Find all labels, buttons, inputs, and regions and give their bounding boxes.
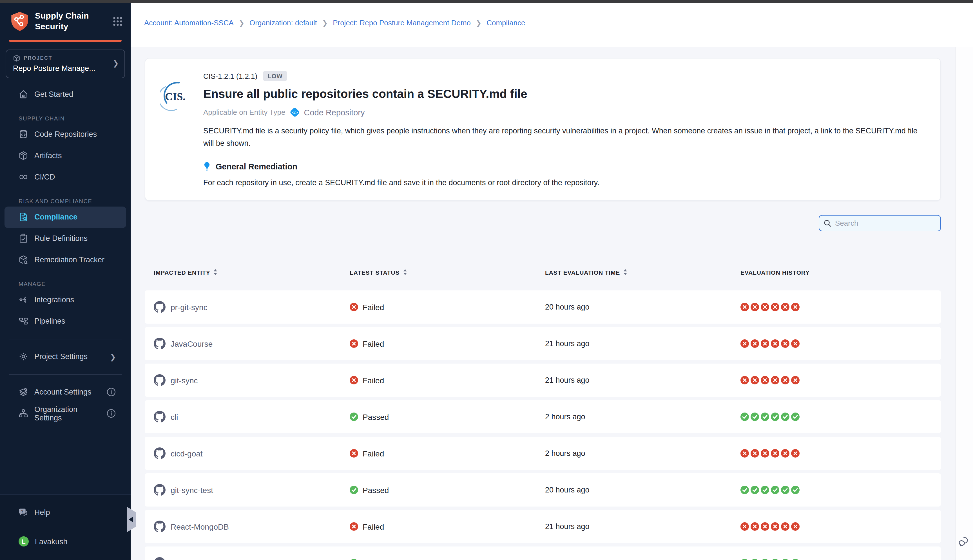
- right-gutter: [955, 47, 973, 560]
- history-failed-icon: [771, 449, 779, 458]
- layers-gear-icon: [18, 387, 28, 397]
- rule-description: SECURITY.md file is a security policy fi…: [203, 125, 927, 149]
- chevron-right-icon: ❯: [110, 352, 116, 361]
- history-failed-icon: [741, 376, 749, 384]
- table-row[interactable]: git-sync-testPassed20 hours ago: [145, 473, 941, 507]
- sidebar-item-compliance[interactable]: Compliance: [5, 206, 126, 228]
- column-header[interactable]: IMPACTED ENTITY: [154, 269, 350, 275]
- history-passed-icon: [741, 486, 749, 494]
- history-passed-icon: [781, 486, 789, 494]
- project-selector[interactable]: PROJECT Repo Posture Manage... ❯: [6, 49, 125, 78]
- table-row[interactable]: pr-git-syncFailed20 hours ago: [145, 290, 941, 323]
- search-icon: [824, 220, 831, 227]
- history-failed-icon: [761, 449, 769, 458]
- status-failed-icon: [350, 303, 358, 311]
- product-title: Supply Chain Security: [35, 11, 113, 32]
- sidebar-item-pipelines[interactable]: Pipelines: [5, 310, 126, 332]
- breadcrumb-link[interactable]: Account: Automation-SSCA: [144, 18, 234, 27]
- status-label: Failed: [363, 303, 384, 312]
- clipboard-check-icon: [18, 233, 28, 243]
- history-passed-icon: [771, 559, 779, 560]
- latest-status-cell: Failed: [350, 449, 545, 458]
- table-row[interactable]: cicd-goatFailed2 hours ago: [145, 437, 941, 470]
- history-failed-icon: [751, 303, 759, 311]
- history-failed-icon: [741, 522, 749, 531]
- sidebar-item-get-started[interactable]: Get Started: [5, 83, 126, 105]
- divider: [9, 374, 122, 375]
- compliance-table-body: pr-git-syncFailed20 hours agoJavaCourseF…: [145, 290, 941, 560]
- cis-logo: CIS.: [160, 80, 189, 113]
- status-failed-icon: [350, 339, 358, 348]
- column-header[interactable]: LATEST STATUS: [350, 269, 545, 275]
- history-passed-icon: [781, 559, 789, 560]
- topbar: Account: Automation-SSCA❯Organization: d…: [131, 3, 973, 47]
- avatar: L: [18, 537, 29, 547]
- history-failed-icon: [771, 376, 779, 384]
- sidebar-item-project-settings[interactable]: Project Settings ❯: [5, 346, 126, 367]
- impacted-entity-cell[interactable]: cicd-goat: [154, 447, 350, 459]
- status-passed-icon: [350, 559, 358, 560]
- column-header-label: EVALUATION HISTORY: [741, 269, 810, 275]
- chat-bubbles-icon[interactable]: [958, 535, 971, 548]
- brand-accent-line: [9, 40, 122, 42]
- breadcrumb-link[interactable]: Project: Repo Posture Management Demo: [333, 18, 471, 27]
- evaluation-history-cell: [741, 522, 941, 531]
- entity-name: git-sync-test: [170, 485, 213, 495]
- history-failed-icon: [751, 339, 759, 348]
- project-name: Repo Posture Manage...: [13, 64, 113, 72]
- evaluation-history-cell: [741, 413, 941, 421]
- breadcrumb-link[interactable]: Organization: default: [249, 18, 317, 27]
- column-header-label: LATEST STATUS: [350, 269, 399, 275]
- entity-name: cicd-goat: [170, 449, 203, 458]
- sidebar-item-remediation-tracker[interactable]: Remediation Tracker: [5, 249, 126, 270]
- column-header[interactable]: LAST EVALUATION TIME: [545, 269, 741, 275]
- sort-icon: [623, 269, 627, 275]
- history-failed-icon: [781, 376, 789, 384]
- table-row[interactable]: [145, 547, 941, 560]
- sidebar-item-cicd[interactable]: CI/CD: [5, 166, 126, 188]
- sidebar-item-label: Get Started: [34, 90, 73, 98]
- history-passed-icon: [741, 559, 749, 560]
- search-box: [819, 215, 941, 231]
- sidebar-item-rule-definitions[interactable]: Rule Definitions: [5, 228, 126, 249]
- table-row[interactable]: cliPassed2 hours ago: [145, 400, 941, 433]
- breadcrumb-link[interactable]: Compliance: [486, 18, 525, 27]
- history-passed-icon: [771, 413, 779, 421]
- sidebar-item-help[interactable]: ? Help: [5, 502, 126, 523]
- sidebar-item-account-settings[interactable]: Account Settings: [5, 381, 126, 403]
- svg-text:?: ?: [21, 509, 23, 513]
- status-label: Failed: [363, 449, 384, 458]
- impacted-entity-cell[interactable]: [154, 557, 350, 560]
- rule-title: Ensure all public repositories contain a…: [203, 87, 927, 101]
- search-input[interactable]: [835, 219, 936, 227]
- history-failed-icon: [741, 449, 749, 458]
- impacted-entity-cell[interactable]: git-sync-test: [154, 484, 350, 496]
- sidebar-item-code-repositories[interactable]: Code Repositories: [5, 123, 126, 145]
- history-passed-icon: [751, 486, 759, 494]
- user-menu[interactable]: L Lavakush: [5, 531, 126, 552]
- impacted-entity-cell[interactable]: JavaCourse: [154, 338, 350, 350]
- table-row[interactable]: git-syncFailed21 hours ago: [145, 363, 941, 397]
- impacted-entity-cell[interactable]: React-MongoDB: [154, 521, 350, 532]
- info-icon[interactable]: [107, 408, 116, 418]
- app-switcher-grid-icon[interactable]: [113, 16, 123, 27]
- impacted-entity-cell[interactable]: pr-git-sync: [154, 301, 350, 313]
- status-label: Passed: [363, 412, 389, 421]
- table-row[interactable]: React-MongoDBFailed21 hours ago: [145, 510, 941, 543]
- info-icon[interactable]: [107, 387, 116, 397]
- sidebar-item-artifacts[interactable]: Artifacts: [5, 145, 126, 166]
- sidebar-item-integrations[interactable]: Integrations: [5, 289, 126, 310]
- history-failed-icon: [791, 303, 799, 311]
- github-icon: [154, 338, 165, 350]
- impacted-entity-cell[interactable]: git-sync: [154, 374, 350, 386]
- content-area: CIS. CIS-1.2.1 (1.2.1) LOW Ensure all pu…: [131, 47, 955, 560]
- column-header-label: IMPACTED ENTITY: [154, 269, 210, 275]
- last-evaluation-time: 2 hours ago: [545, 449, 741, 458]
- impacted-entity-cell[interactable]: cli: [154, 411, 350, 423]
- history-passed-icon: [751, 413, 759, 421]
- history-failed-icon: [751, 522, 759, 531]
- status-label: Failed: [363, 522, 384, 531]
- table-row[interactable]: JavaCourseFailed21 hours ago: [145, 327, 941, 360]
- sidebar-item-organization-settings[interactable]: Organization Settings: [5, 403, 126, 424]
- applicable-label: Applicable on Entity Type: [203, 108, 285, 117]
